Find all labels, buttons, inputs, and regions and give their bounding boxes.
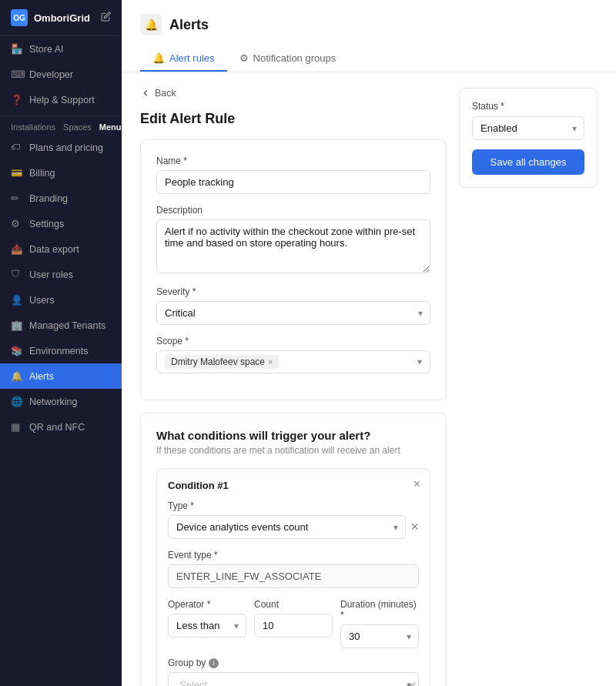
gear-icon: ⚙	[11, 218, 22, 229]
operator-label: Operator *	[168, 599, 246, 610]
page-title-icon: 🔔	[140, 14, 162, 35]
bell-icon: 🔔	[11, 370, 22, 382]
condition-close-button[interactable]: ×	[413, 478, 420, 490]
tab-alert-rules[interactable]: 🔔 Alert rules	[140, 46, 227, 72]
side-panel: Status * Enabled Save all changes	[459, 88, 598, 686]
severity-select-wrapper: Critical	[156, 301, 430, 325]
status-select[interactable]: Enabled	[472, 116, 584, 140]
type-select[interactable]: Device analytics events count	[168, 515, 406, 539]
tag-icon: 🏷	[11, 142, 22, 153]
name-input[interactable]	[156, 170, 430, 194]
user-icon: 👤	[11, 294, 22, 306]
duration-field: Duration (minutes) * 30	[340, 599, 419, 648]
back-button[interactable]: Back	[140, 88, 447, 99]
sidebar-item-data-export[interactable]: 📤 Data export	[0, 236, 122, 262]
page-title: Alerts	[169, 17, 209, 33]
group-by-select[interactable]: Select	[168, 672, 419, 686]
logo-icon: OG	[11, 9, 28, 26]
name-label: Name *	[156, 156, 430, 166]
sidebar-item-settings[interactable]: ⚙ Settings	[0, 211, 122, 236]
scope-tag: Dmitry Malofeev space ×	[165, 355, 279, 369]
app-name: OmboriGrid	[34, 12, 90, 24]
sidebar-item-environments[interactable]: 📚 Environments	[0, 338, 122, 363]
tab-menu[interactable]: Menu	[99, 122, 122, 132]
code-icon: ⌨	[11, 69, 22, 80]
network-icon: 🌐	[11, 396, 22, 407]
name-group: Name *	[156, 156, 430, 194]
tenants-icon: 🏢	[11, 320, 22, 331]
form-title: Edit Alert Rule	[140, 111, 447, 127]
content-area: 🔔 Alerts 🔔 Alert rules ⚙ Notification gr…	[122, 0, 616, 686]
store-icon: 🏪	[11, 43, 22, 55]
operator-field: Operator * Less than	[168, 599, 246, 648]
count-input[interactable]	[254, 614, 333, 637]
severity-group: Severity * Critical	[156, 286, 430, 325]
description-label: Description	[156, 205, 430, 216]
sidebar-item-plans[interactable]: 🏷 Plans and pricing	[0, 135, 122, 160]
billing-icon: 💳	[11, 167, 22, 179]
scope-dropdown-arrow: ▾	[417, 356, 422, 367]
help-icon: ❓	[11, 94, 22, 105]
shield-icon: 🛡	[11, 269, 22, 280]
operator-select[interactable]: Less than	[168, 614, 246, 637]
type-select-wrapper: Device analytics events count	[168, 515, 406, 539]
duration-select[interactable]: 30	[340, 624, 419, 648]
type-group: Type * Device analytics events count ×	[168, 500, 419, 539]
sidebar-item-users[interactable]: 👤 Users	[0, 287, 122, 313]
page-title-row: 🔔 Alerts	[140, 14, 598, 35]
main-content: 🔔 Alerts 🔔 Alert rules ⚙ Notification gr…	[122, 0, 616, 686]
scope-input[interactable]: Dmitry Malofeev space × ▾	[156, 350, 430, 373]
tabs: 🔔 Alert rules ⚙ Notification groups	[140, 46, 598, 72]
group-by-info-icon: i	[209, 658, 219, 668]
edit-icon[interactable]	[101, 12, 111, 24]
layers-icon: 📚	[11, 345, 22, 356]
scope-tag-remove[interactable]: ×	[268, 357, 273, 366]
sidebar-item-store-ai[interactable]: 🏪 Store AI	[0, 36, 122, 62]
event-type-group: Event type * ENTER_LINE_FW_ASSOCIATE	[168, 550, 419, 588]
tab-notification-groups-icon: ⚙	[239, 52, 249, 64]
sidebar-item-networking[interactable]: 🌐 Networking	[0, 389, 122, 414]
tab-notification-groups[interactable]: ⚙ Notification groups	[227, 46, 349, 72]
count-field: Count	[254, 599, 333, 648]
event-type-display: ENTER_LINE_FW_ASSOCIATE	[168, 564, 419, 588]
scope-label: Scope *	[156, 336, 430, 346]
basic-info-section: Name * Description Alert if no activity …	[140, 139, 447, 400]
conditions-subtitle: If these conditions are met a notificati…	[156, 445, 430, 456]
sidebar-item-billing[interactable]: 💳 Billing	[0, 160, 122, 186]
inline-fields-row: Operator * Less than Count	[168, 599, 419, 648]
export-icon: 📤	[11, 243, 22, 255]
tab-spaces[interactable]: Spaces	[63, 122, 92, 132]
pen-icon: ✏	[11, 192, 22, 204]
status-label: Status *	[472, 101, 584, 112]
sidebar-item-managed-tenants[interactable]: 🏢 Managed Tenants	[0, 313, 122, 338]
status-card: Status * Enabled Save all changes	[459, 88, 598, 188]
type-remove-button[interactable]: ×	[410, 519, 419, 535]
tab-installations[interactable]: Installations	[11, 122, 55, 132]
description-textarea[interactable]: Alert if no activity within the checkout…	[156, 219, 430, 273]
qr-icon: ▦	[11, 421, 22, 433]
sidebar-item-help[interactable]: ❓ Help & Support	[0, 87, 122, 112]
sidebar-item-qr-nfc[interactable]: ▦ QR and NFC	[0, 414, 122, 440]
main-form: Back Edit Alert Rule Name * Description …	[140, 88, 447, 686]
sidebar-item-alerts[interactable]: 🔔 Alerts	[0, 363, 122, 389]
sidebar-section-tabs: Installations Spaces Menu	[0, 115, 122, 135]
duration-label: Duration (minutes) *	[340, 599, 419, 621]
type-row: Device analytics events count ×	[168, 515, 419, 539]
page-header: 🔔 Alerts 🔔 Alert rules ⚙ Notification gr…	[122, 0, 616, 72]
condition-label: Condition #1	[168, 480, 419, 491]
sidebar-item-branding[interactable]: ✏ Branding	[0, 186, 122, 211]
condition-block-1: Condition #1 × Type * Device analytics e…	[156, 468, 430, 686]
sidebar-item-user-roles[interactable]: 🛡 User roles	[0, 262, 122, 287]
severity-select[interactable]: Critical	[156, 301, 430, 325]
sidebar-logo: OG OmboriGrid	[0, 0, 122, 36]
group-by-select-wrapper: Select	[168, 672, 419, 686]
tab-alert-rules-icon: 🔔	[152, 52, 165, 64]
save-all-button[interactable]: Save all changes	[472, 149, 584, 175]
description-group: Description Alert if no activity within …	[156, 205, 430, 276]
conditions-title: What conditions will trigger your alert?	[156, 429, 430, 442]
body-layout: Back Edit Alert Rule Name * Description …	[122, 72, 616, 686]
status-select-wrapper: Enabled	[472, 116, 584, 140]
conditions-section: What conditions will trigger your alert?…	[140, 413, 447, 686]
sidebar-item-developer[interactable]: ⌨ Developer	[0, 62, 122, 87]
type-label: Type *	[168, 500, 419, 511]
